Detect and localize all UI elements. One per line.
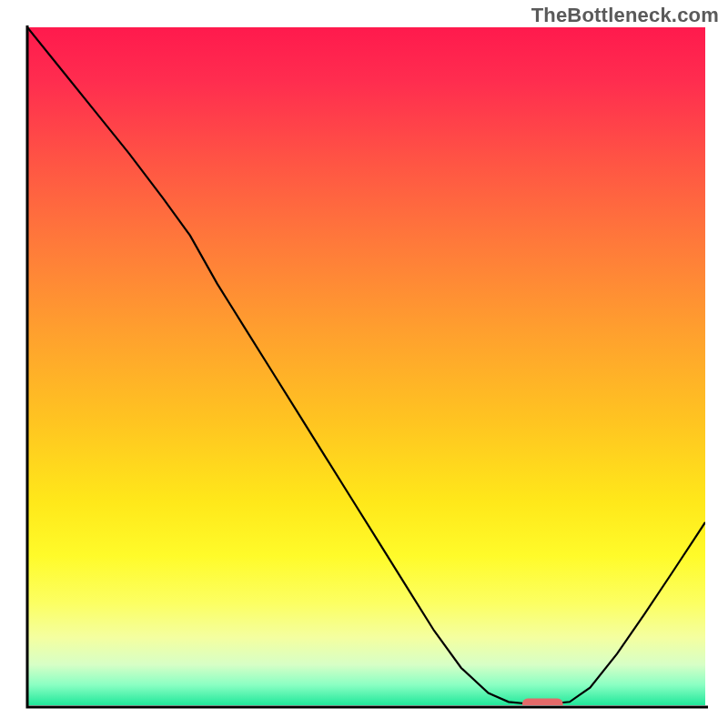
chart-svg (27, 27, 705, 705)
curve-group (27, 27, 705, 704)
optimal-marker (522, 699, 563, 706)
chart-container: TheBottleneck.com (0, 0, 728, 728)
plot-area (27, 27, 705, 705)
watermark-text: TheBottleneck.com (531, 4, 719, 27)
bottleneck-curve (27, 27, 705, 704)
